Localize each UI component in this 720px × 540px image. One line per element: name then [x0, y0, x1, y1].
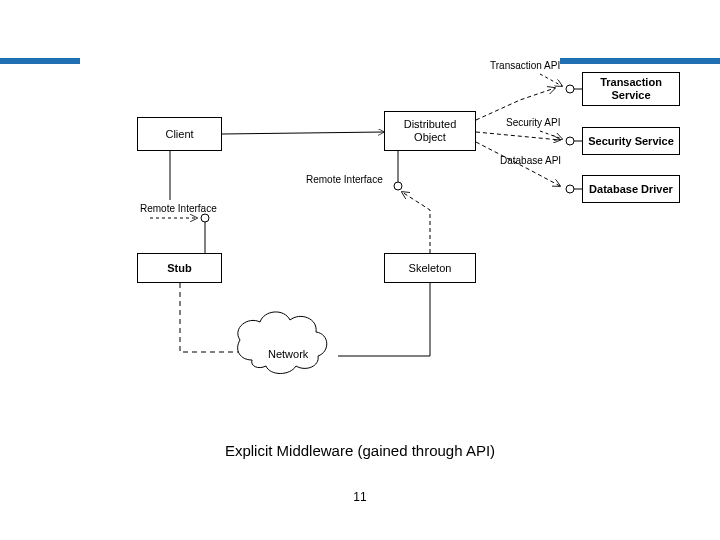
box-stub: Stub: [137, 253, 222, 283]
label-security-api: Security API: [506, 117, 560, 128]
svg-point-1: [566, 85, 574, 93]
svg-point-10: [201, 214, 209, 222]
cloud-network-label: Network: [268, 348, 308, 360]
box-client: Client: [137, 117, 222, 151]
box-client-label: Client: [165, 128, 193, 141]
page-number: 11: [0, 490, 720, 504]
accent-bar-left: [0, 58, 80, 64]
label-transaction-api: Transaction API: [490, 60, 560, 71]
box-transaction-service-label: Transaction Service: [600, 76, 662, 101]
label-database-api: Database API: [500, 155, 561, 166]
diagram-caption: Explicit Middleware (gained through API): [0, 442, 720, 459]
box-database-driver: Database Driver: [582, 175, 680, 203]
box-skeleton: Skeleton: [384, 253, 476, 283]
box-stub-label: Stub: [167, 262, 191, 275]
box-database-driver-label: Database Driver: [589, 183, 673, 196]
box-security-service: Security Service: [582, 127, 680, 155]
accent-bar-right: [560, 58, 720, 64]
svg-point-5: [566, 185, 574, 193]
label-remote-interface-top: Remote Interface: [306, 174, 383, 185]
svg-point-7: [394, 182, 402, 190]
box-transaction-service: Transaction Service: [582, 72, 680, 106]
svg-point-3: [566, 137, 574, 145]
label-remote-interface-left: Remote Interface: [140, 203, 217, 214]
box-distributed-object-label: Distributed Object: [404, 118, 457, 143]
box-skeleton-label: Skeleton: [409, 262, 452, 275]
box-security-service-label: Security Service: [588, 135, 674, 148]
cloud-network: [238, 312, 327, 374]
svg-line-0: [222, 132, 384, 134]
box-distributed-object: Distributed Object: [384, 111, 476, 151]
